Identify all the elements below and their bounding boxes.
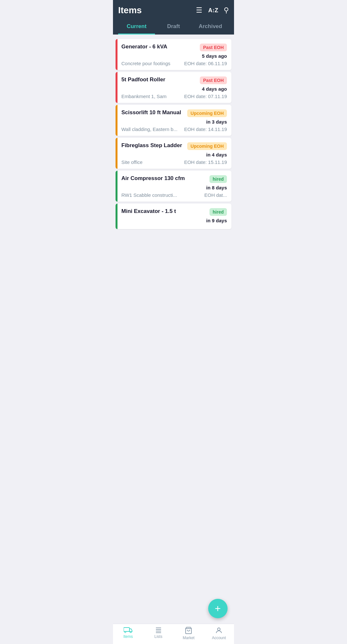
status-badge: hired: [209, 208, 227, 216]
tab-archived[interactable]: Archived: [192, 19, 229, 35]
item-content: Generator - 6 kVAPast EOH5 days agoConcr…: [117, 39, 231, 70]
item-content: 5t Padfoot RollerPast EOH4 days agoEmban…: [117, 72, 231, 103]
item-row-top: Fibreglass Step LadderUpcoming EOH: [121, 142, 227, 150]
items-list: Generator - 6 kVAPast EOH5 days agoConcr…: [113, 35, 234, 234]
item-location: RW1 Scabble constructi...: [121, 192, 177, 198]
item-row-top: Scissorlift 10 ft ManualUpcoming EOH: [121, 109, 227, 117]
item-content: Fibreglass Step LadderUpcoming EOHin 4 d…: [117, 138, 231, 169]
status-badge: hired: [209, 175, 227, 183]
list-item[interactable]: Air Compressor 130 cfmhiredin 8 daysRW1 …: [116, 171, 231, 202]
list-item[interactable]: Generator - 6 kVAPast EOH5 days agoConcr…: [116, 39, 231, 70]
status-badge: Past EOH: [200, 76, 227, 84]
filter-icon[interactable]: ☰: [196, 6, 202, 15]
list-item[interactable]: Fibreglass Step LadderUpcoming EOHin 4 d…: [116, 138, 231, 169]
item-location: Embankment 1, Sam: [121, 94, 167, 99]
status-badge: Past EOH: [200, 44, 227, 51]
header-top: Items ☰ A↕Z ⚲: [118, 5, 229, 19]
items-scroll-area: Generator - 6 kVAPast EOH5 days agoConcr…: [113, 35, 234, 259]
item-row-bottom: Site officeEOH date: 15.11.19: [121, 159, 227, 165]
item-row-middle: in 9 days: [121, 218, 227, 223]
sort-icon[interactable]: A↕Z: [208, 7, 218, 14]
status-badge: Upcoming EOH: [187, 109, 227, 117]
item-row-top: 5t Padfoot RollerPast EOH: [121, 76, 227, 84]
header: Items ☰ A↕Z ⚲ CurrentDraftArchived: [113, 0, 234, 35]
item-eoh-date: EOH date: 14.11.19: [184, 126, 227, 132]
list-item[interactable]: Scissorlift 10 ft ManualUpcoming EOHin 3…: [116, 105, 231, 136]
item-name: Mini Excavator - 1.5 t: [121, 208, 209, 215]
item-name: Fibreglass Step Ladder: [121, 142, 187, 149]
item-row-middle: 5 days ago: [121, 53, 227, 59]
tab-draft[interactable]: Draft: [155, 19, 192, 35]
item-content: Scissorlift 10 ft ManualUpcoming EOHin 3…: [117, 105, 231, 136]
item-eoh-date: EOH date: 15.11.19: [184, 159, 227, 165]
list-item[interactable]: 5t Padfoot RollerPast EOH4 days agoEmban…: [116, 72, 231, 103]
tabs: CurrentDraftArchived: [118, 19, 229, 35]
item-days: in 9 days: [206, 218, 227, 223]
item-row-bottom: Concrete pour footingsEOH date: 06.11.19: [121, 61, 227, 66]
item-days: 4 days ago: [202, 86, 227, 92]
item-row-middle: in 3 days: [121, 119, 227, 125]
item-row-bottom: Embankment 1, SamEOH date: 07.11.19: [121, 94, 227, 99]
item-eoh-date: EOH date: 06.11.19: [184, 61, 227, 66]
item-row-top: Mini Excavator - 1.5 thired: [121, 208, 227, 216]
item-location: Concrete pour footings: [121, 61, 170, 66]
item-location: Wall cladding, Eastern b...: [121, 126, 178, 132]
item-eoh-date: EOH dat...: [204, 192, 227, 198]
item-days: in 3 days: [206, 119, 227, 125]
item-row-top: Air Compressor 130 cfmhired: [121, 175, 227, 183]
tab-current[interactable]: Current: [118, 19, 155, 35]
item-row-top: Generator - 6 kVAPast EOH: [121, 44, 227, 51]
item-row-bottom: RW1 Scabble constructi...EOH dat...: [121, 192, 227, 198]
item-name: 5t Padfoot Roller: [121, 76, 200, 83]
item-content: Mini Excavator - 1.5 thiredin 9 days: [117, 204, 231, 229]
item-row-middle: 4 days ago: [121, 86, 227, 92]
search-icon[interactable]: ⚲: [224, 6, 229, 15]
item-days: in 8 days: [206, 185, 227, 190]
item-name: Air Compressor 130 cfm: [121, 175, 209, 182]
item-row-middle: in 4 days: [121, 152, 227, 157]
item-days: 5 days ago: [202, 53, 227, 59]
item-row-bottom: Wall cladding, Eastern b...EOH date: 14.…: [121, 126, 227, 132]
item-name: Scissorlift 10 ft Manual: [121, 109, 187, 116]
status-badge: Upcoming EOH: [187, 142, 227, 150]
item-name: Generator - 6 kVA: [121, 44, 200, 50]
header-icons: ☰ A↕Z ⚲: [196, 6, 229, 15]
item-location: Site office: [121, 159, 143, 165]
item-days: in 4 days: [206, 152, 227, 157]
page-title: Items: [118, 5, 142, 15]
item-content: Air Compressor 130 cfmhiredin 8 daysRW1 …: [117, 171, 231, 202]
item-row-middle: in 8 days: [121, 185, 227, 190]
list-item[interactable]: Mini Excavator - 1.5 thiredin 9 days: [116, 204, 231, 229]
item-eoh-date: EOH date: 07.11.19: [184, 94, 227, 99]
